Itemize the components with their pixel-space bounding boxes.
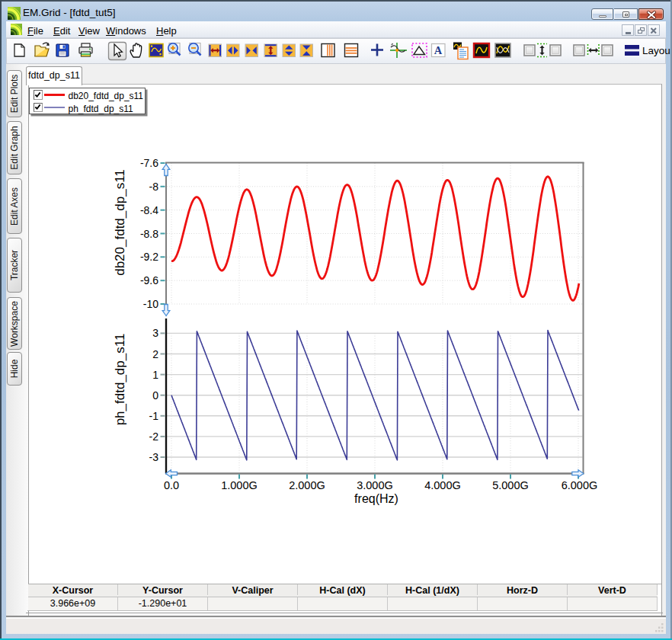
svg-text:ph_fdtd_dp_s11: ph_fdtd_dp_s11 xyxy=(113,334,127,426)
svg-text:1: 1 xyxy=(152,369,158,381)
svg-text:A: A xyxy=(434,44,443,56)
svg-text:-2: -2 xyxy=(149,430,159,443)
svg-text:-7.6: -7.6 xyxy=(140,157,158,169)
svg-text:Layou: Layou xyxy=(642,45,670,56)
svg-text:3.000G: 3.000G xyxy=(357,479,393,491)
svg-text:-8.8: -8.8 xyxy=(140,228,158,240)
svg-text:-10: -10 xyxy=(143,298,158,310)
svg-text:-8.4: -8.4 xyxy=(140,204,158,216)
svg-text:5.000G: 5.000G xyxy=(492,479,529,491)
svg-text:-1: -1 xyxy=(149,410,159,422)
svg-text:-8: -8 xyxy=(149,181,159,193)
svg-text:-3: -3 xyxy=(149,451,159,463)
svg-text:2.000G: 2.000G xyxy=(289,479,325,491)
svg-text:freq(Hz): freq(Hz) xyxy=(354,492,398,505)
svg-text:6.000G: 6.000G xyxy=(562,479,598,491)
svg-text:2: 2 xyxy=(152,348,158,360)
svg-text:0.0: 0.0 xyxy=(164,479,179,491)
svg-text:3: 3 xyxy=(152,327,158,339)
svg-text:db20_fdtd_dp_s11: db20_fdtd_dp_s11 xyxy=(113,169,127,276)
svg-text:-9.2: -9.2 xyxy=(140,251,158,263)
svg-text:0: 0 xyxy=(152,389,158,402)
svg-text:1.000G: 1.000G xyxy=(221,479,258,491)
svg-text:4.000G: 4.000G xyxy=(424,479,461,491)
svg-text:-9.6: -9.6 xyxy=(140,274,158,286)
